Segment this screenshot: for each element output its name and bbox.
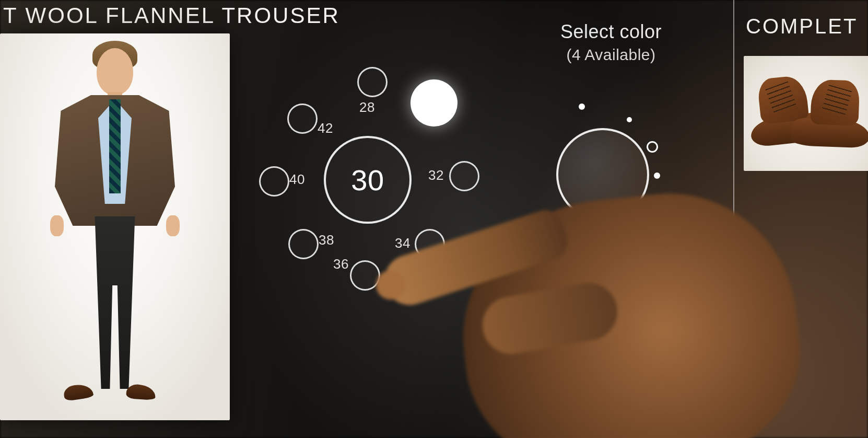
size-dial[interactable]: 30 28 32 34 36 38 40 42 <box>245 57 486 298</box>
color-dial[interactable] <box>517 89 684 256</box>
size-label-42: 42 <box>318 120 333 136</box>
color-subtitle: (4 Available) <box>501 46 721 64</box>
size-option-34[interactable] <box>415 229 445 259</box>
size-option-36[interactable] <box>350 260 380 291</box>
color-panel-header: Select color (4 Available) <box>501 21 721 64</box>
size-option-38[interactable] <box>288 229 319 259</box>
color-option-4[interactable] <box>654 172 660 179</box>
size-label-36: 36 <box>333 256 349 272</box>
size-selected[interactable]: 30 <box>324 136 412 224</box>
size-label-38: 38 <box>319 232 334 248</box>
product-card: T WOOL FLANNEL TROUSER <box>0 0 239 420</box>
size-option-28[interactable] <box>357 67 388 97</box>
size-option-40[interactable] <box>259 166 289 197</box>
color-selected[interactable] <box>556 128 649 221</box>
recommendation-image[interactable] <box>744 56 868 171</box>
size-cursor[interactable] <box>410 79 458 126</box>
size-label-32: 32 <box>428 167 444 183</box>
color-option-2[interactable] <box>627 117 632 122</box>
product-image[interactable] <box>0 33 230 420</box>
size-label-40: 40 <box>289 171 305 188</box>
boot-illustration-right <box>792 75 868 156</box>
size-label-28: 28 <box>359 99 375 116</box>
color-title: Select color <box>501 21 721 43</box>
complete-the-look-panel: COMPLET <box>733 0 868 438</box>
color-option-5[interactable] <box>649 199 659 209</box>
complete-title: COMPLET <box>734 15 868 38</box>
size-selected-value: 30 <box>351 163 384 197</box>
model-illustration <box>0 33 230 420</box>
size-label-34: 34 <box>395 235 410 251</box>
color-option-3[interactable] <box>647 141 658 153</box>
product-title: T WOOL FLANNEL TROUSER <box>0 0 239 33</box>
color-option-1[interactable] <box>579 103 585 110</box>
size-option-42[interactable] <box>287 103 318 134</box>
size-option-32[interactable] <box>449 161 479 191</box>
